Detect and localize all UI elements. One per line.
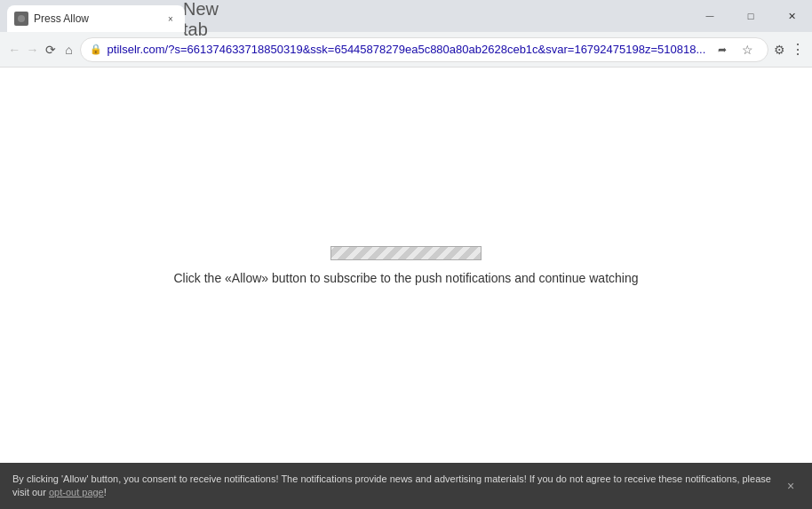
forward-button[interactable]: → — [25, 37, 39, 62]
address-bar[interactable]: 🔒 ptilselr.com/?s=661374633718850319&ssk… — [80, 37, 769, 62]
home-button[interactable]: ⌂ — [61, 37, 76, 62]
address-bar-icons: ➦ ☆ — [711, 38, 759, 61]
nav-bar: ← → ⟳ ⌂ 🔒 ptilselr.com/?s=66137463371885… — [0, 32, 812, 68]
url-display: ptilselr.com/?s=661374633718850319&ssk=6… — [107, 43, 706, 56]
share-button[interactable]: ➦ — [711, 38, 734, 61]
new-tab-button[interactable]: New tab — [188, 7, 213, 32]
chrome-menu-button[interactable]: ⋮ — [791, 37, 805, 62]
tab-strip: Press Allow × New tab — [7, 0, 213, 32]
refresh-icon: ⟳ — [45, 43, 56, 57]
lock-icon: 🔒 — [90, 44, 102, 55]
tab-favicon — [14, 12, 28, 26]
extensions-icon: ⚙ — [774, 43, 785, 57]
back-icon: ← — [8, 43, 20, 57]
main-instruction-text: Click the «Allow» button to subscribe to… — [174, 271, 639, 285]
home-icon: ⌂ — [65, 43, 72, 57]
minimize-icon: — — [706, 12, 714, 20]
tab-title: Press Allow — [34, 12, 158, 25]
maximize-icon: □ — [748, 11, 754, 21]
minimize-button[interactable]: — — [689, 0, 730, 32]
consent-text: By clicking 'Allow' button, you consent … — [12, 473, 773, 500]
bookmark-button[interactable]: ☆ — [736, 38, 759, 61]
tab-close-button[interactable]: × — [163, 12, 178, 26]
active-tab[interactable]: Press Allow × — [7, 5, 185, 32]
close-window-button[interactable]: ✕ — [771, 0, 812, 32]
bookmark-icon: ☆ — [742, 43, 753, 57]
maximize-button[interactable]: □ — [730, 0, 771, 32]
back-button[interactable]: ← — [7, 37, 21, 62]
chrome-menu-icon: ⋮ — [791, 41, 805, 58]
consent-close-button[interactable]: × — [782, 477, 800, 495]
svg-point-0 — [18, 15, 25, 22]
forward-icon: → — [27, 43, 39, 57]
refresh-button[interactable]: ⟳ — [44, 37, 58, 62]
close-window-icon: ✕ — [788, 11, 796, 22]
extensions-button[interactable]: ⚙ — [772, 37, 786, 62]
opt-out-link[interactable]: opt-out page — [49, 487, 104, 497]
consent-text-before-link: By clicking 'Allow' button, you consent … — [12, 473, 771, 497]
page-content: Click the «Allow» button to subscribe to… — [0, 68, 812, 463]
share-icon: ➦ — [718, 44, 727, 56]
consent-bar: By clicking 'Allow' button, you consent … — [0, 463, 812, 509]
title-bar: Press Allow × New tab — □ ✕ — [0, 0, 812, 32]
consent-text-after-link: ! — [104, 487, 107, 497]
window-controls: — □ ✕ — [689, 0, 812, 32]
progress-bar — [330, 246, 482, 260]
